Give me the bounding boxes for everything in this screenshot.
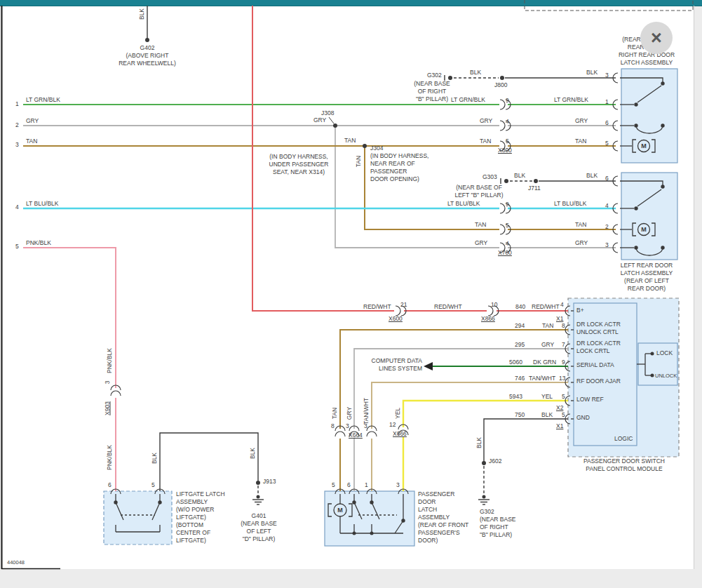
gry2-before-conn: GRY — [475, 239, 487, 247]
conn-pin-9a: 9 — [506, 97, 509, 105]
circuit-840: 840 — [515, 303, 525, 311]
wire2-name-left: GRY — [26, 117, 39, 125]
blk-g401-label: BLK — [249, 448, 257, 459]
tan-before-conn: TAN — [480, 138, 491, 145]
splice-j711: J711 — [528, 185, 541, 192]
circuit-746: 746 — [515, 375, 525, 382]
g401-ground-label: G401 (NEAR BASE OF LEFT "D" PILLAR) — [234, 512, 284, 543]
pd-latch-pin-3: 3 — [396, 481, 400, 489]
passenger-door-latch-box — [325, 491, 414, 546]
gry-before-conn: GRY — [480, 117, 492, 125]
connector-x700: X700 — [498, 249, 512, 257]
wire3-name-left: TAN — [26, 138, 37, 145]
splice-j913: J913 — [263, 478, 276, 486]
yel-drop-label: YEL — [394, 408, 402, 419]
gry-after-conn: GRY — [575, 117, 588, 125]
tan-after-conn: TAN — [575, 138, 586, 145]
blk-750-label: BLK — [541, 411, 553, 419]
door-switch-module-caption: PASSENGER DOOR SWITCH PANEL CONTROL MODU… — [558, 457, 691, 473]
ground-g303: G303 — [482, 173, 497, 181]
rr-latch-pin-5: 5 — [605, 140, 609, 147]
blk-drop-label: BLK — [475, 437, 483, 448]
close-icon: × — [651, 27, 662, 49]
circuit-5060: 5060 — [509, 359, 522, 366]
module-pin-rf-door-ajar: RF DOOR AJAR — [576, 377, 621, 385]
close-button[interactable]: × — [640, 22, 673, 54]
wire1-name-left: LT GRN/BLK — [26, 96, 60, 104]
rr-latch-pin-1: 1 — [605, 98, 609, 106]
splice-j800: J800 — [494, 81, 507, 89]
blk-liftgate-label: BLK — [151, 453, 158, 464]
conn-pin-3-x664: 3 — [346, 422, 349, 430]
splice-j304: J304 — [370, 145, 383, 152]
module-pin-unlock-ctrl: DR LOCK ACTR UNLOCK CRTL — [576, 321, 621, 336]
liftgate-latch-caption: LIFTGATE LATCH ASSEMBLY (W/O POWER LIFTG… — [176, 490, 225, 544]
conn-pin-3-tanwht: 3 — [364, 422, 367, 430]
circuit-number-5: 5 — [15, 243, 19, 250]
module-pin-9: 9 — [562, 359, 565, 366]
module-pin-low-ref: LOW REF — [576, 396, 604, 403]
g402-ground-label: G402 (ABOVE RIGHT REAR WHEELWELL) — [105, 44, 189, 67]
circuit-number-4: 4 — [15, 203, 19, 211]
tan2-before-conn: TAN — [475, 221, 486, 229]
redwht-label-2: RED/WHT — [434, 303, 462, 311]
ltblublk-before-conn: LT BLU/BLK — [447, 200, 480, 208]
wire4-name-left: LT BLU/BLK — [26, 200, 58, 208]
module-pin-5-lowref: 5 — [562, 393, 565, 401]
dkgrn-label: DK GRN — [533, 359, 556, 366]
blk-label-right-top: BLK — [586, 69, 598, 76]
conn-pin-5b: 5 — [506, 222, 509, 229]
lr-latch-pin-4: 4 — [605, 202, 609, 210]
redwht-label-3: RED/WHT — [532, 303, 560, 311]
passenger-latch-caption: PASSENGER DOOR LATCH ASSEMBLY (REAR OF F… — [418, 490, 468, 544]
rr-latch-pin-3: 3 — [605, 72, 609, 79]
circuit-number-2: 2 — [15, 121, 19, 129]
splice-j308: J308 — [321, 109, 334, 117]
yel-label: YEL — [541, 393, 553, 401]
conn-pin-5a: 5 — [506, 138, 509, 145]
gry-drop-label: GRY — [346, 407, 353, 420]
conn-pin-12: 12 — [389, 421, 396, 429]
g303-location-note: (NEAR BASE OF LEFT "B" PILLAR) — [451, 184, 507, 199]
g402-wire-color: BLK — [138, 8, 146, 20]
module-pin-gnd: GND — [576, 414, 590, 422]
tan-label-j304: TAN — [344, 137, 356, 145]
module-pin-13: 13 — [559, 375, 565, 382]
conn-pin-8-drop: 8 — [331, 422, 335, 430]
module-pin-8: 8 — [562, 322, 565, 330]
connector-x666: X666 — [393, 430, 407, 438]
connector-x664: X664 — [349, 432, 363, 439]
blk-label-right-g303: BLK — [586, 172, 598, 180]
redwht-label-1: RED/WHT — [363, 303, 391, 311]
circuit-294: 294 — [515, 322, 525, 330]
module-pin-bplus: B+ — [576, 307, 584, 314]
j308-location-note: (IN BODY HARNESS, UNDER PASSENGER SEAT, … — [263, 153, 335, 176]
liftgate-pin-5: 5 — [151, 481, 155, 489]
conn-pin-9b: 9 — [506, 201, 509, 208]
module-pin-7: 7 — [562, 341, 565, 349]
blk-label-mid-g303: BLK — [514, 172, 525, 180]
computer-data-lines-note: COMPUTER DATA LINES SYSTEM — [363, 357, 422, 373]
left-rear-latch-caption: LEFT REAR DOOR LATCH ASSEMBLY (REAR OF L… — [607, 262, 686, 293]
conn-pin-4a: 4 — [506, 118, 509, 126]
module-pin-5-gnd: 5 — [562, 411, 565, 419]
rr-latch-pin-6: 6 — [605, 119, 609, 127]
pd-latch-pin-1: 1 — [365, 481, 368, 489]
g302-bottom-ground-label: G302 (NEAR BASE OF RIGHT "B" PILLAR) — [480, 508, 516, 539]
ground-g302-top: G302 — [427, 72, 442, 79]
unlock-switch-label: UNLOCK — [655, 372, 677, 380]
wire5-name-left: PNK/BLK — [26, 239, 51, 247]
wiring-diagram-viewer: M M M 1 LT GRN/BLK 2 GRY 3 TAN 4 LT BLU/… — [0, 0, 702, 588]
tan-drop-label: TAN — [331, 408, 339, 419]
circuit-number-1: 1 — [15, 100, 19, 108]
conn-pin-4b: 4 — [506, 240, 509, 248]
lock-switch-label: LOCK — [656, 349, 673, 357]
ltgrnblk-after-conn: LT GRN/BLK — [554, 96, 588, 104]
connector-x1-gnd: X1 — [556, 422, 563, 430]
module-pin-lock-ctrl: DR LOCK ACTR LOCK CRTL — [576, 340, 621, 355]
conn-pin-3-x903: 3 — [104, 381, 112, 385]
pnkblk-vertical-label-2: PNK/BLK — [106, 445, 114, 470]
ltgrnblk-before-conn: LT GRN/BLK — [451, 96, 485, 104]
g302-top-location-note: (NEAR BASE OF RIGHT "B" PILLAR) — [407, 80, 457, 103]
ltblublk-after-conn: LT BLU/BLK — [554, 200, 586, 208]
